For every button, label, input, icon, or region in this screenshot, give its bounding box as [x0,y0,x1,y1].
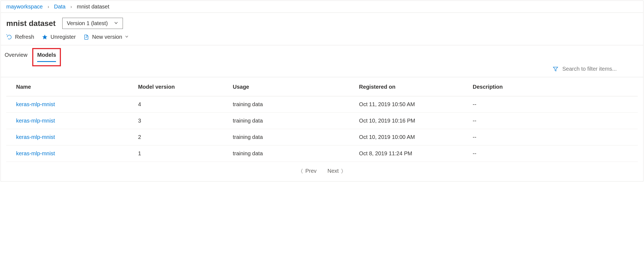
pagination: 〈 Prev Next 〉 [6,162,638,181]
svg-marker-1 [553,67,558,71]
prev-button[interactable]: 〈 Prev [301,168,317,174]
cell-usage: training data [227,96,353,113]
star-icon [42,34,48,40]
cell-usage: training data [227,129,353,145]
cell-model-version: 4 [132,96,227,113]
page-title: mnist dataset [6,19,56,28]
col-header-usage[interactable]: Usage [227,77,353,96]
breadcrumb-data-link[interactable]: Data [54,4,66,10]
models-table: Name Model version Usage Registered on D… [6,77,638,162]
cell-model-version: 3 [132,113,227,129]
chevron-right-icon: › [48,4,49,9]
chevron-down-icon [114,21,118,26]
cell-usage: training data [227,113,353,129]
new-version-label: New version [92,34,122,40]
version-selector[interactable]: Version 1 (latest) [62,18,123,29]
table-row: keras-mlp-mnist1training dataOct 8, 2019… [6,145,638,162]
next-label: Next [327,168,339,174]
col-header-name[interactable]: Name [6,77,132,96]
model-name-link[interactable]: keras-mlp-mnist [16,101,55,107]
cell-description: -- [467,129,638,145]
chevron-left-icon: 〈 [301,168,303,174]
cell-description: -- [467,145,638,162]
breadcrumb: mayworkspace › Data › mnist dataset [1,1,643,13]
model-name-link[interactable]: keras-mlp-mnist [16,150,55,156]
filter-input[interactable] [562,66,633,72]
cell-model-version: 1 [132,145,227,162]
refresh-label: Refresh [15,34,34,40]
col-header-registered-on[interactable]: Registered on [354,77,467,96]
new-file-icon [83,34,89,40]
col-header-description[interactable]: Description [467,77,638,96]
version-selector-label: Version 1 (latest) [67,20,108,26]
cell-usage: training data [227,145,353,162]
tab-overview[interactable]: Overview [5,52,27,62]
cell-registered-on: Oct 11, 2019 10:50 AM [354,96,467,113]
unregister-button[interactable]: Unregister [42,34,76,40]
new-version-button[interactable]: New version [83,34,129,40]
breadcrumb-current: mnist dataset [77,4,109,10]
cell-description: -- [467,113,638,129]
cell-registered-on: Oct 10, 2019 10:16 PM [354,113,467,129]
tabs: Overview Models [1,45,643,62]
unregister-label: Unregister [51,34,76,40]
model-name-link[interactable]: keras-mlp-mnist [16,134,55,140]
table-row: keras-mlp-mnist4training dataOct 11, 201… [6,96,638,113]
table-row: keras-mlp-mnist2training dataOct 10, 201… [6,129,638,145]
chevron-right-icon: 〉 [341,168,343,174]
svg-marker-0 [42,34,47,39]
prev-label: Prev [305,168,317,174]
col-header-model-version[interactable]: Model version [132,77,227,96]
chevron-down-icon [125,35,129,40]
cell-registered-on: Oct 10, 2019 10:00 AM [354,129,467,145]
cell-model-version: 2 [132,129,227,145]
next-button[interactable]: Next 〉 [327,168,343,174]
refresh-icon [6,34,12,40]
tab-models[interactable]: Models [37,52,56,62]
refresh-button[interactable]: Refresh [6,34,34,40]
toolbar: Refresh Unregister New version [1,30,643,45]
breadcrumb-workspace-link[interactable]: mayworkspace [6,4,43,10]
cell-registered-on: Oct 8, 2019 11:24 PM [354,145,467,162]
filter-icon [553,66,559,72]
table-row: keras-mlp-mnist3training dataOct 10, 201… [6,113,638,129]
cell-description: -- [467,96,638,113]
chevron-right-icon: › [70,4,72,9]
model-name-link[interactable]: keras-mlp-mnist [16,118,55,124]
